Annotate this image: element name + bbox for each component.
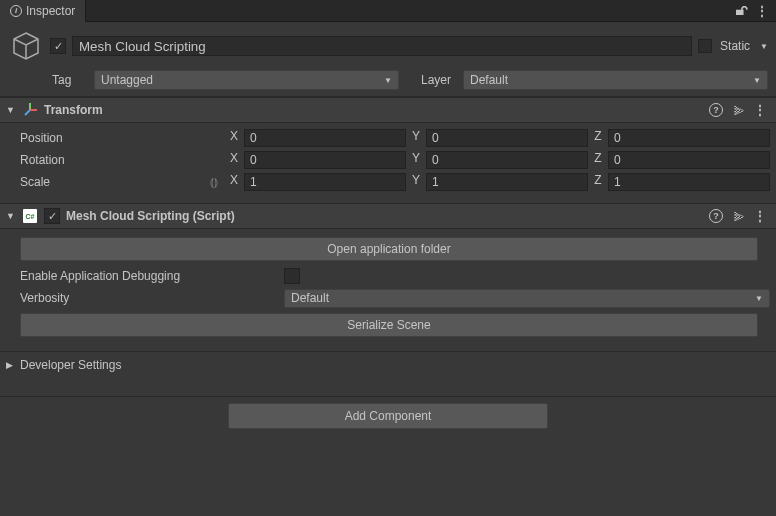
tab-title: Inspector xyxy=(26,4,75,18)
component-menu-icon[interactable]: ⋮ xyxy=(754,209,766,223)
transform-header[interactable]: ▼ Transform ? ⫸ ⋮ xyxy=(0,97,776,123)
preset-icon[interactable]: ⫸ xyxy=(733,103,744,118)
developer-settings-header[interactable]: ▶ Developer Settings xyxy=(0,351,776,378)
add-component-button[interactable]: Add Component xyxy=(228,403,548,429)
tab-bar: i Inspector 🔓︎ ⋮ xyxy=(0,0,776,22)
serialize-scene-button[interactable]: Serialize Scene xyxy=(20,313,758,337)
transform-icon xyxy=(22,102,38,118)
csharp-script-icon: C# xyxy=(22,208,38,224)
scale-y-input[interactable] xyxy=(426,173,588,191)
chevron-down-icon: ▼ xyxy=(384,76,392,85)
script-header[interactable]: ▼ C# Mesh Cloud Scripting (Script) ? ⫸ ⋮ xyxy=(0,203,776,229)
chevron-down-icon: ▼ xyxy=(753,76,761,85)
foldout-closed-icon[interactable]: ▶ xyxy=(6,360,16,370)
scale-x-input[interactable] xyxy=(244,173,406,191)
foldout-open-icon[interactable]: ▼ xyxy=(6,211,16,221)
rotation-z-input[interactable] xyxy=(608,151,770,169)
tab-menu-icon[interactable]: ⋮ xyxy=(756,4,768,18)
transform-body: Position X Y Z Rotation X Y Z Scale ⦅⦆ X… xyxy=(0,123,776,203)
svg-line-2 xyxy=(25,110,30,115)
lock-icon[interactable]: 🔓︎ xyxy=(736,4,748,18)
open-application-folder-button[interactable]: Open application folder xyxy=(20,237,758,261)
scale-label: Scale xyxy=(20,175,206,189)
help-icon[interactable]: ? xyxy=(709,209,723,223)
layer-dropdown[interactable]: Default ▼ xyxy=(463,70,768,90)
transform-title: Transform xyxy=(44,103,703,117)
static-dropdown-icon[interactable]: ▼ xyxy=(760,42,768,51)
position-x-input[interactable] xyxy=(244,129,406,147)
gameobject-name-input[interactable] xyxy=(72,36,692,56)
footer: Add Component xyxy=(0,396,776,435)
foldout-open-icon[interactable]: ▼ xyxy=(6,105,16,115)
info-icon: i xyxy=(10,5,22,17)
rotation-label: Rotation xyxy=(20,153,206,167)
tag-dropdown[interactable]: Untagged ▼ xyxy=(94,70,399,90)
help-icon[interactable]: ? xyxy=(709,103,723,117)
tag-label: Tag xyxy=(52,73,88,87)
constrain-link-icon[interactable]: ⦅⦆ xyxy=(210,175,218,189)
rotation-x-input[interactable] xyxy=(244,151,406,169)
gameobject-header: Static ▼ Tag Untagged ▼ Layer Default ▼ xyxy=(0,22,776,97)
position-label: Position xyxy=(20,131,206,145)
script-enabled-checkbox[interactable] xyxy=(44,208,60,224)
script-body: Open application folder Enable Applicati… xyxy=(0,229,776,351)
developer-settings-title: Developer Settings xyxy=(20,358,121,372)
component-menu-icon[interactable]: ⋮ xyxy=(754,103,766,117)
scale-z-input[interactable] xyxy=(608,173,770,191)
verbosity-label: Verbosity xyxy=(20,291,280,305)
static-label: Static xyxy=(720,39,750,53)
active-checkbox[interactable] xyxy=(50,38,66,54)
verbosity-dropdown[interactable]: Default ▼ xyxy=(284,289,770,308)
chevron-down-icon: ▼ xyxy=(755,294,763,303)
preset-icon[interactable]: ⫸ xyxy=(733,209,744,224)
enable-debug-label: Enable Application Debugging xyxy=(20,269,280,283)
position-z-input[interactable] xyxy=(608,129,770,147)
static-checkbox[interactable] xyxy=(698,39,712,53)
layer-label: Layer xyxy=(421,73,457,87)
gameobject-icon[interactable] xyxy=(8,28,44,64)
rotation-y-input[interactable] xyxy=(426,151,588,169)
script-title: Mesh Cloud Scripting (Script) xyxy=(66,209,703,223)
inspector-tab[interactable]: i Inspector xyxy=(0,0,86,22)
position-y-input[interactable] xyxy=(426,129,588,147)
enable-debug-checkbox[interactable] xyxy=(284,268,300,284)
